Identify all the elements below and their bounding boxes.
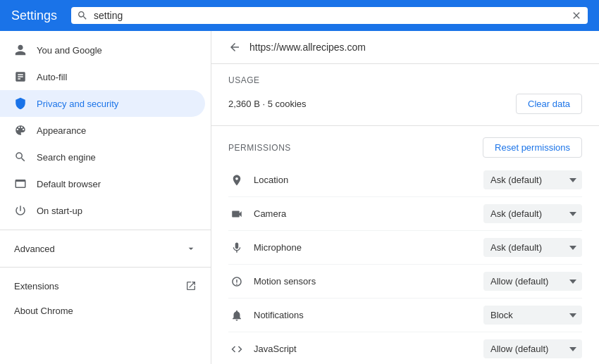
permission-select-motion-sensors[interactable]: Allow (default) Ask Block — [483, 272, 582, 291]
permissions-header: Permissions Reset permissions — [228, 126, 582, 163]
motion-sensors-icon — [228, 275, 245, 288]
autofill-icon — [14, 70, 27, 83]
permission-label-notifications: Notifications — [254, 310, 475, 320]
clear-data-button[interactable]: Clear data — [516, 94, 582, 114]
app-title: Settings — [11, 8, 57, 23]
chevron-down-icon — [185, 243, 197, 254]
startup-icon — [14, 204, 27, 217]
sidebar-item-you-and-google[interactable]: You and Google — [0, 37, 205, 63]
advanced-section[interactable]: Advanced — [0, 236, 211, 261]
sidebar-item-default-browser[interactable]: Default browser — [0, 170, 205, 197]
main-content: You and Google Auto-fill Privacy and sec… — [0, 31, 599, 364]
permission-row-motion-sensors: Motion sensors Allow (default) Ask Block — [228, 265, 582, 299]
permission-select-camera[interactable]: Ask (default) Allow Block — [483, 204, 582, 223]
permission-select-microphone[interactable]: Ask (default) Allow Block — [483, 238, 582, 257]
sidebar-item-label: Default browser — [37, 179, 101, 189]
sidebar-item-on-startup[interactable]: On start-up — [0, 197, 205, 224]
content-panel: https://www.allrecipes.com Usage 2,360 B… — [211, 31, 599, 364]
location-icon — [228, 174, 245, 187]
permission-label-location: Location — [254, 175, 475, 185]
url-bar: https://www.allrecipes.com — [211, 31, 599, 64]
permission-row-notifications: Notifications Ask (default) Allow Block — [228, 299, 582, 332]
usage-text: 2,360 B · 5 cookies — [228, 99, 307, 109]
about-chrome-item[interactable]: About Chrome — [0, 299, 211, 323]
sidebar: You and Google Auto-fill Privacy and sec… — [0, 31, 211, 364]
external-link-icon — [185, 280, 197, 291]
about-label: About Chrome — [14, 306, 73, 316]
shield-icon — [14, 97, 27, 110]
permissions-section: Permissions Reset permissions Location A… — [211, 126, 599, 364]
divider — [0, 230, 211, 230]
permission-row-location: Location Ask (default) Allow Block — [228, 163, 582, 197]
permission-row-javascript: JavaScript Allow (default) Block — [228, 332, 582, 364]
javascript-icon — [228, 343, 245, 356]
sidebar-item-appearance[interactable]: Appearance — [0, 117, 205, 144]
sidebar-item-privacy-security[interactable]: Privacy and security — [0, 90, 205, 117]
sidebar-item-label: Appearance — [37, 125, 86, 136]
permission-select-location[interactable]: Ask (default) Allow Block — [483, 170, 582, 189]
usage-section: Usage 2,360 B · 5 cookies Clear data — [211, 64, 599, 126]
permission-label-camera: Camera — [254, 208, 475, 219]
usage-row: 2,360 B · 5 cookies Clear data — [228, 94, 582, 114]
person-icon — [14, 44, 27, 56]
permission-row-camera: Camera Ask (default) Allow Block — [228, 197, 582, 231]
notifications-icon — [228, 309, 245, 322]
usage-title: Usage — [228, 75, 582, 85]
advanced-label: Advanced — [14, 244, 55, 254]
reset-permissions-button[interactable]: Reset permissions — [483, 137, 582, 158]
microphone-icon — [228, 241, 245, 254]
search-icon — [77, 10, 88, 21]
clear-search-button[interactable] — [571, 10, 582, 21]
back-button[interactable] — [228, 41, 241, 54]
permissions-title: Permissions — [228, 143, 291, 153]
sidebar-item-label: Auto-fill — [37, 72, 67, 82]
sidebar-item-label: You and Google — [37, 45, 102, 56]
extensions-label: Extensions — [14, 281, 59, 291]
search-input[interactable] — [94, 10, 565, 21]
sidebar-item-search-engine[interactable]: Search engine — [0, 144, 205, 170]
sidebar-item-auto-fill[interactable]: Auto-fill — [0, 63, 205, 90]
camera-icon — [228, 208, 245, 220]
permission-label-motion-sensors: Motion sensors — [254, 276, 475, 287]
browser-icon — [14, 177, 27, 190]
permission-row-microphone: Microphone Ask (default) Allow Block — [228, 231, 582, 265]
permission-label-javascript: JavaScript — [254, 344, 475, 354]
permission-select-notifications[interactable]: Ask (default) Allow Block — [483, 306, 582, 325]
permission-select-javascript[interactable]: Allow (default) Block — [483, 339, 582, 358]
sidebar-item-label: On start-up — [37, 206, 82, 216]
extensions-item[interactable]: Extensions — [0, 273, 211, 299]
divider — [0, 267, 211, 268]
permission-label-microphone: Microphone — [254, 242, 475, 253]
header: Settings — [0, 0, 599, 31]
appearance-icon — [14, 124, 27, 137]
search-bar — [71, 7, 588, 24]
site-url: https://www.allrecipes.com — [249, 42, 366, 53]
search-engine-icon — [14, 151, 27, 163]
sidebar-item-label: Search engine — [37, 152, 96, 163]
sidebar-item-label: Privacy and security — [37, 99, 118, 109]
